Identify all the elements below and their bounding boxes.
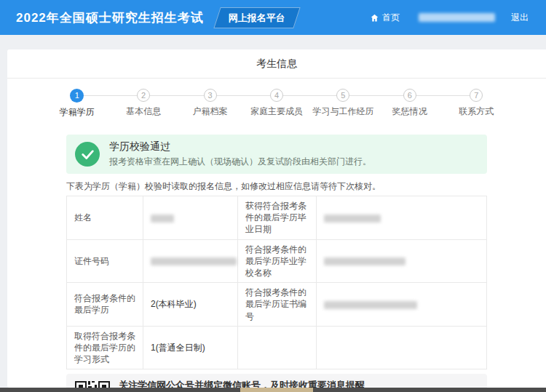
wechat-notice-title: 关注学信网公众号并绑定微信账号，及时接收重要消息提醒 bbox=[119, 379, 478, 388]
field-value-id-number-redacted bbox=[143, 239, 238, 283]
field-value-study-form: 1(普通全日制) bbox=[143, 326, 238, 369]
table-row: 取得符合报考条件的最后学历的学习形式 1(普通全日制) bbox=[67, 326, 487, 369]
field-value-last-education: 2(本科毕业) bbox=[143, 283, 238, 327]
field-label-school-name: 符合报考条件的最后学历毕业学校名称 bbox=[238, 239, 317, 283]
logout-link[interactable]: 退出 bbox=[511, 12, 529, 24]
step-4-label: 家庭主要成员 bbox=[243, 105, 309, 118]
step-6-label: 奖惩情况 bbox=[376, 105, 443, 118]
step-5-label: 学习与工作经历 bbox=[310, 105, 376, 118]
success-banner: 学历校验通过 报考资格审查在网上确认（现场确认）及复试阶段由相关部门进行。 bbox=[66, 135, 487, 174]
field-label-empty bbox=[238, 326, 317, 369]
field-value-name-redacted bbox=[143, 196, 238, 240]
step-1-number: 1 bbox=[70, 89, 84, 103]
field-label-last-education: 符合报考条件的最后学历 bbox=[67, 283, 143, 327]
table-row: 证件号码 符合报考条件的最后学历毕业学校名称 bbox=[67, 239, 487, 283]
step-1-education-status[interactable]: 1 学籍学历 bbox=[44, 89, 110, 126]
step-2-basic-info[interactable]: 2 基本信息 bbox=[110, 89, 176, 126]
field-label-certificate-number: 符合报考条件的最后学历证书编号 bbox=[238, 283, 317, 327]
banner-description: 报考资格审查在网上确认（现场确认）及复试阶段由相关部门进行。 bbox=[109, 156, 371, 168]
home-link-label: 首页 bbox=[382, 12, 400, 24]
step-3-household-archive[interactable]: 3 户籍档案 bbox=[177, 89, 243, 126]
step-5-number: 5 bbox=[336, 89, 349, 102]
step-7-number: 7 bbox=[470, 89, 483, 102]
table-note: 下表为学历（学籍）校验时读取的报名信息，如修改过相应信息请等待下次核对。 bbox=[66, 180, 487, 193]
field-value-certificate-number-redacted bbox=[317, 283, 487, 327]
wechat-notice: 关注学信网公众号并绑定微信账号，及时接收重要消息提醒 建议您关注学信网公众号并绑… bbox=[66, 374, 487, 388]
footer-bar bbox=[0, 388, 546, 392]
platform-badge-label: 网上报名平台 bbox=[229, 12, 285, 25]
username-redacted bbox=[419, 13, 495, 22]
step-4-number: 4 bbox=[270, 89, 283, 102]
education-info-table: 姓名 获得符合报考条件的最后学历毕业日期 证件号码 符合报考条件的最后学历毕业学… bbox=[66, 196, 487, 369]
field-value-school-name-redacted bbox=[317, 239, 487, 283]
field-value-empty bbox=[317, 326, 487, 369]
step-2-number: 2 bbox=[137, 89, 150, 102]
field-label-graduation-date: 获得符合报考条件的最后学历毕业日期 bbox=[238, 196, 317, 240]
table-row: 姓名 获得符合报考条件的最后学历毕业日期 bbox=[67, 196, 487, 240]
step-6-number: 6 bbox=[403, 89, 416, 102]
candidate-info-card: 考生信息 1 学籍学历 2 基本信息 3 户籍档案 4 家庭主要成员 5 学习与… bbox=[7, 49, 546, 388]
field-label-name: 姓名 bbox=[67, 196, 143, 240]
table-row: 符合报考条件的最后学历 2(本科毕业) 符合报考条件的最后学历证书编号 bbox=[67, 283, 487, 327]
field-label-study-form: 取得符合报考条件的最后学历的学习形式 bbox=[67, 326, 143, 369]
field-label-id-number: 证件号码 bbox=[67, 239, 143, 283]
step-7-contact-info[interactable]: 7 联系方式 bbox=[443, 89, 510, 126]
platform-badge: 网上报名平台 bbox=[213, 7, 300, 28]
step-5-study-work-history[interactable]: 5 学习与工作经历 bbox=[310, 89, 376, 126]
qr-code-icon bbox=[75, 381, 110, 388]
check-icon bbox=[75, 142, 100, 167]
banner-title: 学历校验通过 bbox=[109, 140, 371, 153]
step-6-rewards-punishments[interactable]: 6 奖惩情况 bbox=[376, 89, 443, 126]
app-window: 2022年全国硕士研究生招生考试 网上报名平台 首页 退出 考生信息 1 学籍学… bbox=[0, 0, 546, 392]
step-4-family-members[interactable]: 4 家庭主要成员 bbox=[243, 89, 309, 126]
step-7-label: 联系方式 bbox=[443, 105, 510, 118]
step-indicator: 1 学籍学历 2 基本信息 3 户籍档案 4 家庭主要成员 5 学习与工作经历 … bbox=[44, 89, 510, 126]
footer-bar-accent bbox=[240, 388, 313, 392]
step-2-label: 基本信息 bbox=[110, 105, 176, 118]
step-3-number: 3 bbox=[204, 89, 217, 102]
home-icon bbox=[370, 13, 379, 23]
step-1-label: 学籍学历 bbox=[44, 106, 110, 119]
page-title: 考生信息 bbox=[7, 49, 546, 79]
top-header: 2022年全国硕士研究生招生考试 网上报名平台 首页 退出 bbox=[0, 0, 546, 35]
app-title: 2022年全国硕士研究生招生考试 bbox=[16, 9, 204, 26]
field-value-graduation-date-redacted bbox=[317, 196, 487, 240]
home-link[interactable]: 首页 bbox=[370, 12, 400, 24]
step-3-label: 户籍档案 bbox=[177, 105, 243, 118]
